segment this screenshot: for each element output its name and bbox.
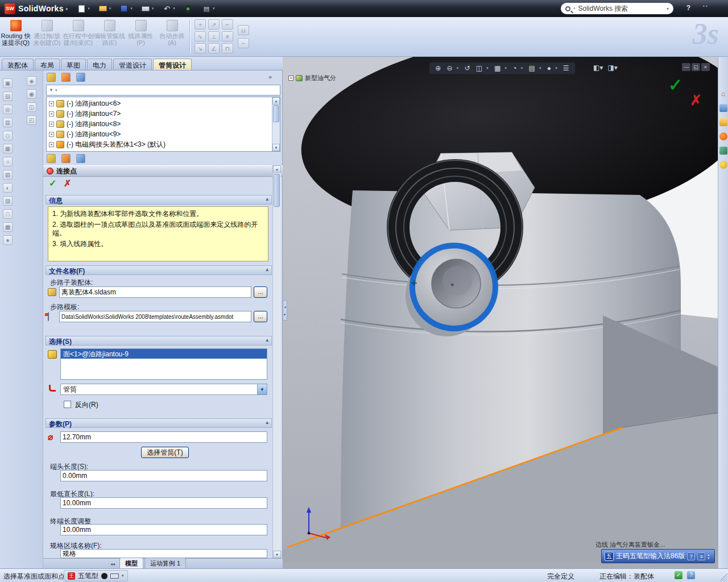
- zoom-area-icon[interactable]: ⊖: [446, 64, 452, 72]
- left-toolbar-button[interactable]: ◐: [3, 183, 13, 193]
- new-document-button[interactable]: ▾: [76, 4, 90, 13]
- previous-view-icon[interactable]: ↺: [464, 64, 470, 72]
- annotation-icon[interactable]: ◨▾: [607, 64, 617, 72]
- tab-assembly[interactable]: 装配体: [2, 59, 34, 70]
- search-scope-caret-icon[interactable]: ▾: [573, 6, 576, 11]
- doc-close-icon[interactable]: ×: [701, 63, 710, 71]
- template-input[interactable]: [59, 311, 251, 322]
- parameters-section-header[interactable]: 参数(P) ▴: [46, 418, 272, 428]
- ink-icon[interactable]: [101, 573, 107, 579]
- diameter-input[interactable]: [60, 431, 267, 443]
- spec-area-input[interactable]: [60, 549, 267, 558]
- scroll-down-icon[interactable]: ▼: [272, 144, 280, 151]
- propertymanager-tab-icon[interactable]: [61, 154, 71, 163]
- pm-ok-button[interactable]: ✓: [49, 178, 56, 189]
- scroll-thumb[interactable]: [273, 105, 279, 122]
- save-button[interactable]: ▾: [119, 4, 133, 13]
- print-button[interactable]: ▾: [140, 4, 154, 13]
- status-ok-icon[interactable]: ✓: [675, 571, 682, 579]
- collapse-chevron-icon[interactable]: ▴: [266, 267, 268, 274]
- left-toolbar-button[interactable]: ○: [3, 157, 13, 167]
- subassembly-input[interactable]: [59, 286, 251, 298]
- left-toolbar-button[interactable]: ▦: [3, 144, 13, 153]
- routing-tool-button[interactable]: ⌐: [222, 19, 233, 30]
- scroll-up-icon[interactable]: ▲: [272, 97, 280, 105]
- ime-docked-label[interactable]: 五笔型: [78, 571, 98, 581]
- ime-help-button[interactable]: ?: [687, 552, 695, 560]
- tree-filter[interactable]: ▼ ▾: [46, 85, 280, 95]
- resize-grip[interactable]: [719, 573, 727, 581]
- tree-item-label[interactable]: (-) 油路jiantou<8>: [67, 119, 121, 129]
- propertymanager-tab-icon[interactable]: [61, 73, 71, 82]
- filename-section-header[interactable]: 文件名称(F) ▴: [46, 265, 272, 275]
- display-style-icon[interactable]: ◔: [512, 64, 516, 72]
- quick-tips-icon[interactable]: ?: [687, 571, 695, 579]
- expand-icon[interactable]: +: [49, 122, 54, 127]
- routing-tool-button[interactable]: ↗: [208, 19, 220, 30]
- scroll-down-icon[interactable]: ▼: [273, 551, 281, 558]
- pm-cancel-button[interactable]: ✗: [64, 178, 71, 189]
- 3d-viewport[interactable]: * ⊕ ⊖▾ ↺ ◫▾ ▦▾ ◔▾ ▤▾ ●▾ ☰ ◧▾ ◨▾ — ◱ × ✓ …: [283, 57, 718, 568]
- left-toolbar-button[interactable]: ◫: [27, 102, 36, 112]
- options-button[interactable]: ▤▾: [201, 4, 215, 13]
- expand-icon[interactable]: +: [49, 142, 54, 147]
- appearances-icon[interactable]: [719, 147, 727, 155]
- create-by-dragdrop-button[interactable]: 通过拖/放来创建(D): [31, 18, 63, 55]
- hide-show-icon[interactable]: ▤: [528, 64, 535, 72]
- left-toolbar-button[interactable]: ▣: [3, 78, 13, 88]
- confirmation-cancel-icon[interactable]: ✗: [690, 92, 702, 109]
- scroll-up-icon[interactable]: ▲: [273, 165, 281, 173]
- tree-item-label[interactable]: (-) 电磁阀接头装配体1<3> (默认): [67, 140, 166, 149]
- tab-layout[interactable]: 布局: [35, 59, 60, 70]
- scroll-thumb[interactable]: [274, 174, 280, 207]
- ime-docked-bar[interactable]: 王 五笔型 ▾: [64, 570, 128, 581]
- reverse-checkbox[interactable]: [64, 401, 71, 408]
- browse-subassembly-button[interactable]: ...: [254, 286, 267, 298]
- tree-item-label[interactable]: (-) 油路jiantou<7>: [67, 109, 121, 119]
- tab-scroll-left-icon[interactable]: ◂◂: [110, 562, 115, 568]
- left-toolbar-button[interactable]: ●: [3, 235, 13, 245]
- ime-icon[interactable]: 五: [605, 552, 614, 561]
- ime-menu-icon[interactable]: ≡: [697, 552, 705, 560]
- selected-face-item[interactable]: 面<1>@油路jiantou-9: [61, 349, 267, 359]
- left-toolbar-button[interactable]: ▨: [3, 196, 13, 206]
- configurationmanager-tab-icon[interactable]: [76, 73, 85, 82]
- panel-splitter-handle[interactable]: ◂▸: [283, 300, 287, 321]
- ime-collapse-icon[interactable]: ▴▾: [708, 553, 709, 560]
- camera-icon[interactable]: ◧▾: [593, 64, 603, 72]
- min-straight-input[interactable]: [60, 497, 267, 509]
- routing-tool-button[interactable]: ⊔: [238, 25, 249, 35]
- collapse-chevron-icon[interactable]: ▴: [266, 419, 268, 427]
- select-tube-button[interactable]: 选择管筒(T): [141, 447, 189, 458]
- start-end-route-button[interactable]: 在行程中创建/结束(C): [63, 18, 94, 55]
- routing-tool-button[interactable]: ∿: [195, 31, 206, 41]
- routing-tool-button[interactable]: ⊥: [208, 31, 220, 41]
- route-type-dropdown[interactable]: 管筒 ▼: [60, 384, 267, 395]
- tab-sketch[interactable]: 草图: [61, 59, 86, 70]
- tree-item[interactable]: + (-) 电磁阀接头装配体1<3> (默认): [47, 139, 280, 149]
- tab-tubing[interactable]: 管筒设计: [153, 59, 192, 70]
- left-toolbar-button[interactable]: ▤: [3, 92, 13, 101]
- end-length-input[interactable]: [60, 470, 267, 481]
- doc-minimize-icon[interactable]: —: [682, 63, 690, 71]
- file-explorer-icon[interactable]: [719, 118, 727, 126]
- filter-caret-icon[interactable]: ▾: [55, 88, 57, 93]
- zoom-fit-icon[interactable]: ⊕: [435, 64, 441, 72]
- configurationmanager-tab-icon[interactable]: [76, 154, 85, 163]
- menu-expand-icon[interactable]: ▸: [66, 6, 69, 11]
- design-library-icon[interactable]: [719, 104, 727, 112]
- search-dropdown-icon[interactable]: ▾: [667, 6, 669, 11]
- ime-toolbar[interactable]: 五 王码五笔型输入法86版 ? ≡ ▴▾: [601, 549, 715, 563]
- confirmation-ok-icon[interactable]: ✓: [668, 75, 682, 95]
- routing-tool-button[interactable]: ⊓: [222, 43, 233, 53]
- tree-scrollbar[interactable]: ▲ ▼: [272, 97, 280, 151]
- tree-item[interactable]: + (-) 油路jiantou<7>: [47, 109, 280, 119]
- collapse-chevron-icon[interactable]: ▴: [266, 196, 268, 203]
- section-view-icon[interactable]: ◫: [476, 64, 482, 72]
- ime-lang-icon[interactable]: 王: [68, 572, 75, 580]
- model-graphics[interactable]: *: [283, 57, 718, 568]
- expand-icon[interactable]: +: [49, 111, 54, 117]
- content-central-icon[interactable]: [719, 132, 727, 140]
- doc-restore-icon[interactable]: ◱: [692, 63, 700, 71]
- edit-route-button[interactable]: 编辑管簇线路(E): [94, 18, 125, 55]
